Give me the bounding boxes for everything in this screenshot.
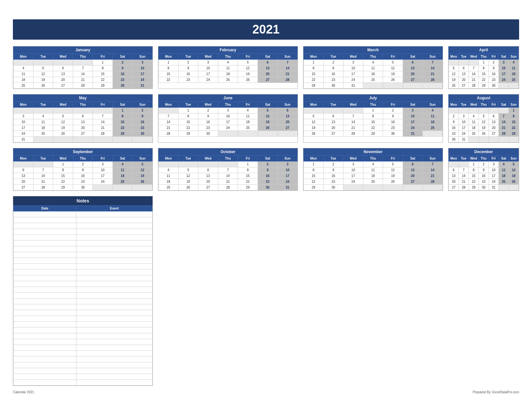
week-row: 22232425262728 (304, 77, 443, 83)
day-cell (449, 60, 459, 65)
notes-date-cell[interactable] (14, 368, 76, 374)
notes-event-cell[interactable] (76, 298, 153, 304)
day-cell (93, 185, 113, 191)
notes-event-cell[interactable] (76, 252, 153, 258)
day-cell: 4 (238, 108, 258, 113)
notes-date-cell[interactable] (14, 310, 76, 316)
notes-date-cell[interactable] (14, 357, 76, 362)
notes-event-cell[interactable] (76, 269, 153, 275)
notes-date-cell[interactable] (14, 229, 76, 235)
notes-event-cell[interactable] (76, 357, 153, 362)
notes-date-cell[interactable] (14, 264, 76, 269)
notes-date-cell[interactable] (14, 333, 76, 339)
notes-event-cell[interactable] (76, 264, 153, 269)
day-cell: 20 (403, 71, 423, 77)
notes-date-cell[interactable] (14, 217, 76, 223)
notes-event-cell[interactable] (76, 316, 153, 322)
day-header: Thu (479, 156, 489, 161)
day-cell: 13 (14, 173, 34, 179)
day-cell: 14 (459, 173, 469, 179)
notes-date-cell[interactable] (14, 339, 76, 345)
notes-event-cell[interactable] (76, 362, 153, 368)
notes-date-cell[interactable] (14, 246, 76, 252)
notes-date-cell[interactable] (14, 252, 76, 258)
notes-event-cell[interactable] (76, 281, 153, 287)
day-cell: 20 (14, 179, 34, 185)
notes-event-cell[interactable] (76, 322, 153, 328)
day-header: Sun (423, 156, 443, 161)
day-header: Mon (14, 102, 34, 108)
notes-event-cell[interactable] (76, 345, 153, 351)
notes-date-cell[interactable] (14, 351, 76, 357)
day-cell: 6 (198, 167, 218, 173)
day-cell: 28 (93, 131, 113, 137)
notes-event-cell[interactable] (76, 287, 153, 293)
notes-date-cell[interactable] (14, 362, 76, 368)
notes-event-cell[interactable] (76, 339, 153, 345)
notes-row (14, 298, 153, 304)
notes-event-cell[interactable] (76, 380, 153, 386)
notes-event-cell[interactable] (76, 246, 153, 252)
notes-event-cell[interactable] (76, 351, 153, 357)
month-table: MonTueWedThuFriSatSun1234567891011121314… (303, 102, 443, 137)
week-row: 23242526272829 (449, 131, 519, 137)
notes-event-cell[interactable] (76, 240, 153, 246)
day-cell: 5 (479, 113, 489, 119)
notes-date-cell[interactable] (14, 328, 76, 333)
notes-event-cell[interactable] (76, 310, 153, 316)
notes-date-cell[interactable] (14, 322, 76, 328)
notes-event-cell[interactable] (76, 235, 153, 240)
notes-date-cell[interactable] (14, 269, 76, 275)
day-cell: 6 (459, 65, 469, 71)
notes-date-cell[interactable] (14, 380, 76, 386)
notes-event-cell[interactable] (76, 258, 153, 264)
notes-date-cell[interactable] (14, 287, 76, 293)
notes-event-cell[interactable] (76, 374, 153, 380)
notes-date-cell[interactable] (14, 235, 76, 240)
day-cell: 24 (343, 77, 363, 83)
notes-event-cell[interactable] (76, 293, 153, 298)
week-row: 25262728293031 (14, 83, 153, 89)
notes-date-cell[interactable] (14, 275, 76, 281)
month-table: MonTueWedThuFriSatSun1234567891011121314… (13, 155, 153, 191)
day-cell: 27 (489, 131, 499, 137)
notes-event-cell[interactable] (76, 229, 153, 235)
notes-date-cell[interactable] (14, 304, 76, 310)
day-cell: 26 (479, 131, 489, 137)
notes-event-cell[interactable] (76, 333, 153, 339)
day-cell (499, 137, 509, 142)
notes-date-cell[interactable] (14, 298, 76, 304)
notes-event-cell[interactable] (76, 275, 153, 281)
notes-table: Date Event (13, 205, 153, 386)
day-cell: 15 (304, 71, 324, 77)
day-cell: 15 (53, 173, 73, 179)
day-cell (343, 108, 363, 113)
day-cell: 20 (53, 77, 73, 83)
week-row: 3456789 (14, 113, 153, 119)
notes-event-cell[interactable] (76, 328, 153, 333)
notes-date-cell[interactable] (14, 258, 76, 264)
day-cell: 7 (343, 113, 363, 119)
notes-date-cell[interactable] (14, 240, 76, 246)
day-cell: 26 (53, 131, 73, 137)
notes-date-cell[interactable] (14, 374, 76, 380)
notes-date-cell[interactable] (14, 223, 76, 229)
day-cell: 12 (304, 119, 324, 125)
day-cell: 6 (489, 113, 499, 119)
day-cell: 2 (198, 108, 218, 113)
notes-date-cell[interactable] (14, 211, 76, 217)
notes-date-cell[interactable] (14, 316, 76, 322)
notes-event-cell[interactable] (76, 368, 153, 374)
notes-event-cell[interactable] (76, 211, 153, 217)
notes-event-cell[interactable] (76, 223, 153, 229)
notes-date-cell[interactable] (14, 345, 76, 351)
notes-date-cell[interactable] (14, 293, 76, 298)
day-cell: 4 (14, 65, 34, 71)
day-cell: 13 (278, 113, 298, 119)
day-cell: 21 (343, 125, 363, 131)
notes-event-cell[interactable] (76, 217, 153, 223)
notes-event-cell[interactable] (76, 304, 153, 310)
day-header: Tue (459, 102, 469, 108)
day-cell: 13 (258, 65, 278, 71)
notes-date-cell[interactable] (14, 281, 76, 287)
